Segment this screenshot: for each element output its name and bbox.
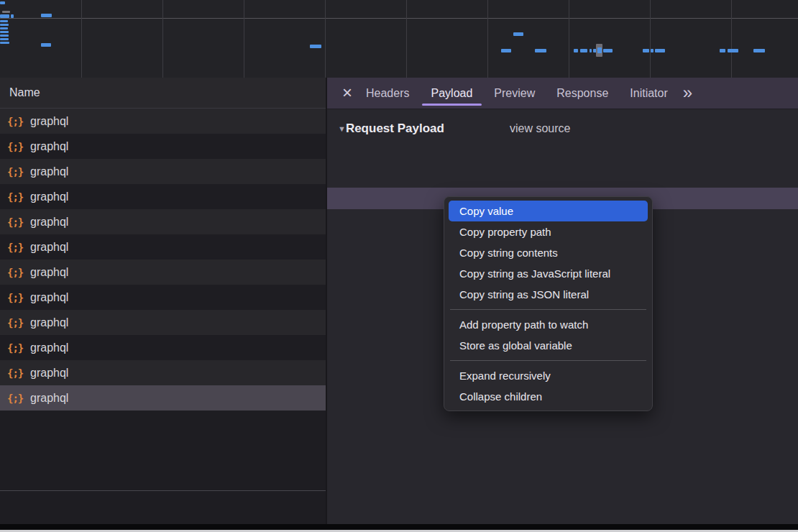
json-braces-icon: {;}: [7, 216, 23, 228]
waterfall-request-bar: [597, 47, 602, 53]
waterfall-request-bar: [11, 14, 14, 18]
tab-headers[interactable]: Headers: [355, 78, 420, 109]
request-payload-section-header[interactable]: ▼Request Payload: [338, 118, 444, 139]
json-braces-icon: {;}: [7, 393, 23, 404]
name-column-header[interactable]: Name: [0, 78, 326, 109]
devtools-network-panel: Name {;}graphql{;}graphql{;}graphql{;}gr…: [0, 0, 798, 532]
overview-gridline: [244, 0, 244, 78]
request-row[interactable]: {;}graphql: [0, 260, 326, 285]
menu-item-copy-string-as-json-literal[interactable]: Copy string as JSON literal: [449, 284, 648, 305]
request-name: graphql: [30, 140, 68, 153]
tab-response[interactable]: Response: [546, 78, 619, 109]
menu-item-copy-value[interactable]: Copy value: [449, 201, 648, 221]
request-name: graphql: [30, 392, 68, 405]
json-braces-icon: {;}: [7, 342, 23, 354]
waterfall-request-bar: [753, 49, 765, 52]
json-braces-icon: {;}: [7, 267, 23, 278]
waterfall-request-bar: [603, 49, 613, 52]
request-list-panel: Name {;}graphql{;}graphql{;}graphql{;}gr…: [0, 78, 326, 532]
collapse-caret-icon[interactable]: ▼: [338, 124, 346, 133]
request-name: graphql: [30, 241, 68, 254]
waterfall-request-bar: [0, 27, 8, 29]
json-braces-icon: {;}: [7, 367, 23, 379]
detail-tabs: HeadersPayloadPreviewResponseInitiator: [355, 78, 679, 109]
waterfall-request-bar: [580, 49, 587, 52]
request-row[interactable]: {;}graphql: [0, 134, 326, 159]
view-source-link[interactable]: view source: [510, 118, 570, 139]
overview-gridline: [731, 0, 732, 78]
waterfall-request-bar: [0, 14, 9, 18]
context-menu: Copy valueCopy property pathCopy string …: [444, 196, 653, 411]
menu-item-store-as-global-variable[interactable]: Store as global variable: [449, 335, 648, 356]
waterfall-request-bar: [535, 49, 546, 52]
overview-gridline: [569, 0, 569, 78]
window-bottom-edge: [0, 524, 798, 530]
waterfall-request-bar: [41, 14, 52, 17]
request-row[interactable]: {;}graphql: [0, 335, 326, 360]
menu-separator: [450, 360, 646, 361]
operation-name-row[interactable]: operationName: "ipFlowTimeseries": [327, 166, 798, 188]
waterfall-request-bar: [2, 11, 10, 13]
waterfall-request-bar: [41, 43, 51, 47]
overview-gridline: [162, 0, 163, 78]
tab-preview[interactable]: Preview: [483, 78, 546, 109]
request-row[interactable]: {;}graphql: [0, 159, 326, 184]
request-row[interactable]: {;}graphql: [0, 285, 326, 310]
json-braces-icon: {;}: [7, 242, 23, 253]
request-row[interactable]: {;}graphql: [0, 310, 326, 335]
request-name: graphql: [30, 191, 68, 203]
waterfall-request-bar: [0, 1, 5, 4]
waterfall-request-bar: [501, 49, 511, 52]
waterfall-request-bar: [0, 31, 9, 33]
network-overview-timeline[interactable]: [0, 0, 798, 78]
close-icon[interactable]: ×: [342, 84, 352, 101]
menu-item-copy-property-path[interactable]: Copy property path: [449, 221, 648, 242]
json-braces-icon: {;}: [7, 191, 23, 203]
menu-item-copy-string-as-javascript-literal[interactable]: Copy string as JavaScript literal: [449, 263, 648, 284]
request-row[interactable]: {;}graphql: [0, 209, 326, 234]
more-tabs-chevron-icon[interactable]: »: [683, 83, 692, 103]
overview-gridline: [650, 0, 651, 78]
waterfall-request-bar: [0, 20, 8, 22]
json-braces-icon: {;}: [7, 166, 23, 178]
request-name: graphql: [30, 165, 68, 178]
menu-item-add-property-path-to-watch[interactable]: Add property path to watch: [449, 314, 648, 335]
request-name: graphql: [30, 266, 68, 279]
tab-payload[interactable]: Payload: [421, 78, 484, 109]
menu-separator: [450, 309, 646, 310]
request-name: graphql: [30, 341, 68, 354]
overview-lane-divider: [0, 18, 798, 19]
waterfall-request-bar: [310, 45, 321, 48]
waterfall-request-bar: [590, 49, 592, 52]
request-name: graphql: [30, 291, 68, 304]
request-row[interactable]: {;}graphql: [0, 360, 326, 385]
waterfall-request-bar: [0, 24, 9, 26]
tab-initiator[interactable]: Initiator: [619, 78, 678, 109]
payload-root-row[interactable]: ▼ {operationName: "ipFlowTimeseries", va…: [327, 145, 798, 166]
request-list-body: {;}graphql{;}graphql{;}graphql{;}graphql…: [0, 109, 326, 411]
waterfall-request-bar: [574, 49, 578, 52]
list-footer-divider: [0, 490, 326, 491]
request-row[interactable]: {;}graphql: [0, 385, 326, 411]
menu-item-copy-string-contents[interactable]: Copy string contents: [449, 242, 648, 263]
request-name: graphql: [30, 367, 68, 380]
request-name: graphql: [30, 115, 68, 128]
json-braces-icon: {;}: [7, 141, 23, 152]
detail-tab-bar: × HeadersPayloadPreviewResponseInitiator…: [327, 78, 798, 109]
overview-gridline: [325, 0, 326, 78]
request-row[interactable]: {;}graphql: [0, 184, 326, 209]
section-title: Request Payload: [346, 121, 444, 135]
waterfall-request-bar: [643, 49, 649, 52]
menu-item-expand-recursively[interactable]: Expand recursively: [449, 365, 648, 386]
request-row[interactable]: {;}graphql: [0, 109, 326, 134]
json-braces-icon: {;}: [7, 317, 23, 329]
request-row[interactable]: {;}graphql: [0, 234, 326, 260]
request-name: graphql: [30, 316, 68, 329]
overview-gridline: [487, 0, 488, 78]
waterfall-request-bar: [655, 49, 665, 52]
waterfall-request-bar: [0, 42, 9, 44]
json-braces-icon: {;}: [7, 116, 23, 127]
waterfall-request-bar: [728, 49, 738, 52]
json-braces-icon: {;}: [7, 292, 23, 303]
menu-item-collapse-children[interactable]: Collapse children: [449, 386, 648, 407]
